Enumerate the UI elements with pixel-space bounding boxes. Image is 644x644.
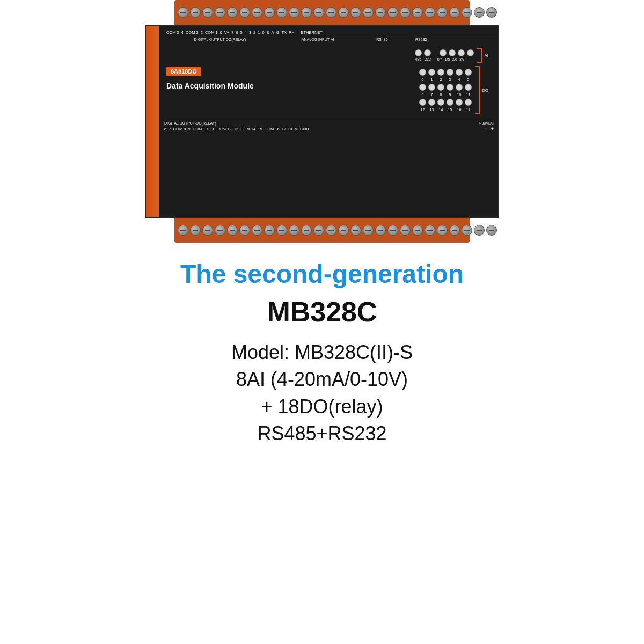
screw <box>400 225 411 236</box>
pin-ethernet: ETHERNET <box>299 30 323 35</box>
spec-model: Model: MB328C(II)-S <box>180 339 464 366</box>
screw <box>462 7 472 18</box>
led-15 <box>449 49 456 56</box>
pin-6: 6 <box>235 30 239 35</box>
led-10 <box>456 84 463 91</box>
led-label-0: 0 <box>419 78 426 82</box>
screw <box>412 225 423 236</box>
spec-do: + 18DO(relay) <box>180 393 464 420</box>
screw <box>239 7 250 18</box>
led-8 <box>437 84 444 91</box>
screw <box>474 7 485 18</box>
screw <box>313 7 324 18</box>
led-2 <box>437 69 444 76</box>
screw <box>425 7 435 18</box>
screw <box>276 7 287 18</box>
pin-2b: 2 <box>252 30 257 35</box>
screw <box>437 7 448 18</box>
spec-ai: 8AI (4-20mA/0-10V) <box>180 366 464 393</box>
led-label-8: 8 <box>437 93 444 97</box>
headline: The second-generation <box>180 259 464 290</box>
pin-rx: RX <box>288 30 295 35</box>
screw <box>363 7 374 18</box>
led-label-14: 14 <box>437 108 444 112</box>
screw <box>326 7 336 18</box>
screw <box>363 225 374 236</box>
led-label-16: 16 <box>456 108 463 112</box>
screw <box>338 7 349 18</box>
led-label-10: 10 <box>456 93 463 97</box>
pin-b: B <box>266 30 270 35</box>
screw <box>400 7 411 18</box>
screw <box>350 225 361 236</box>
screw <box>215 225 225 236</box>
bracket-ai-label: AI <box>484 53 488 58</box>
screw <box>202 225 213 236</box>
device-wrapper: COM 5 4 COM 3 2 COM 1 0 V+ 7 6 5 4 3 2 1… <box>145 0 499 243</box>
screw <box>264 225 275 236</box>
top-connector <box>174 0 470 25</box>
screw <box>338 225 349 236</box>
screw <box>289 7 299 18</box>
led-1 <box>428 69 435 76</box>
pin-4: 4 <box>180 30 185 35</box>
screw <box>190 7 201 18</box>
screw <box>486 7 497 18</box>
led-label-2: 2 <box>437 78 444 82</box>
led-12 <box>419 99 426 106</box>
led-9 <box>447 84 453 91</box>
led-11 <box>465 84 472 91</box>
led-5 <box>465 69 472 76</box>
pin-4b: 4 <box>244 30 248 35</box>
led-232 <box>424 49 431 56</box>
led-4 <box>456 69 463 76</box>
section-ai-label: ANALOG INPUT-AI <box>276 38 360 41</box>
led-label-7: 7 <box>428 93 435 97</box>
spec-rs: RS485+RS232 <box>180 420 464 447</box>
led-label-9: 9 <box>447 93 453 97</box>
led-label-5: 5 <box>465 78 472 82</box>
led-label-37: 3/7 <box>459 57 465 61</box>
led-6 <box>419 84 426 91</box>
screw <box>425 225 435 236</box>
screw <box>375 7 386 18</box>
screw <box>276 225 287 236</box>
pin-com3: COM 3 <box>185 30 200 35</box>
led-label-1: 1 <box>428 78 435 82</box>
screw <box>239 225 250 236</box>
pin-5: 5 <box>239 30 244 35</box>
screw <box>301 225 312 236</box>
bottom-connector <box>174 218 470 243</box>
power-minus-plus: − + <box>484 126 494 131</box>
screw <box>190 225 201 236</box>
screw <box>387 225 398 236</box>
section-rs232-label: RS232 <box>405 38 438 41</box>
bottom-pins: 6 7 COM 8 9 COM 10 11 COM 12 13 COM 14 1… <box>164 127 309 131</box>
screw <box>326 225 336 236</box>
plus-sign: + <box>491 126 494 131</box>
screw <box>412 7 423 18</box>
pin-2: 2 <box>200 30 204 35</box>
led-label-485: 485 <box>415 57 421 61</box>
screw <box>449 225 460 236</box>
led-label-13: 13 <box>428 108 435 112</box>
power-label: 7-30VDC <box>478 121 494 125</box>
led-label-3: 3 <box>447 78 453 82</box>
model-title: MB328C <box>180 295 464 328</box>
pin-3: 3 <box>248 30 252 35</box>
led-label-4: 4 <box>456 78 463 82</box>
pin-0b: 0 <box>261 30 265 35</box>
screw <box>375 225 386 236</box>
bottom-do-label: DIGITAL OUTPUT-DO(RELAY) <box>164 121 216 125</box>
screw <box>449 7 460 18</box>
pin-7: 7 <box>230 30 235 35</box>
screw <box>474 225 485 236</box>
device-badge: 8AI/18DO <box>166 67 201 76</box>
screw <box>289 225 299 236</box>
screw <box>178 7 188 18</box>
pin-1: 1 <box>257 30 261 35</box>
led-13 <box>428 99 435 106</box>
led-label-15: 15 <box>447 108 453 112</box>
screw <box>350 7 361 18</box>
main-body: COM 5 4 COM 3 2 COM 1 0 V+ 7 6 5 4 3 2 1… <box>145 25 499 218</box>
